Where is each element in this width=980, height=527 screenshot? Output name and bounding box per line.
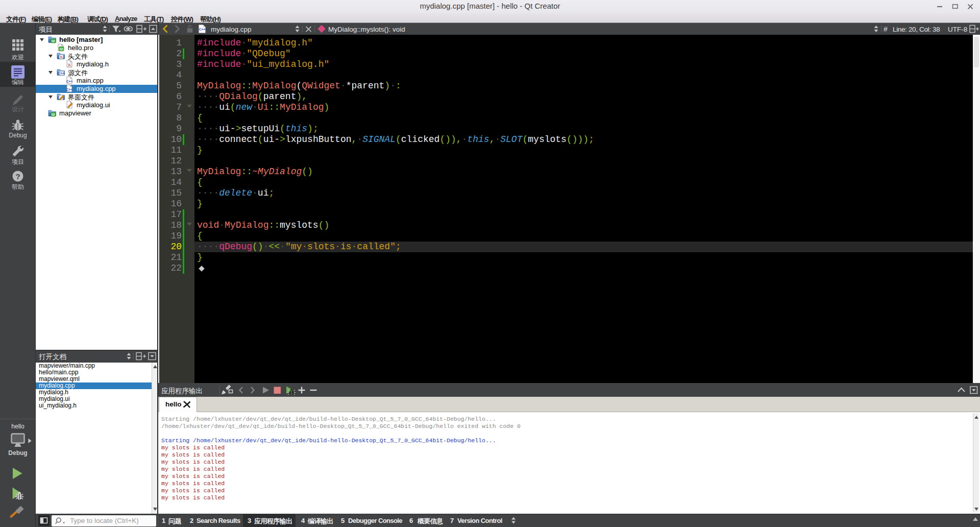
svg-text:h: h (68, 63, 71, 67)
svg-text:?: ? (15, 172, 20, 181)
svg-text:h: h (60, 55, 63, 59)
svg-text:mydialog.cpp: mydialog.cpp (211, 26, 252, 33)
svg-text:C++: C++ (66, 80, 73, 83)
svg-text:C++: C++ (58, 71, 65, 75)
svg-text:#: # (884, 25, 888, 33)
svg-text:C++: C++ (199, 28, 206, 31)
svg-text:Line: 20, Col: 38: Line: 20, Col: 38 (893, 26, 940, 33)
svg-text:MyDialog::myslots(): void: MyDialog::myslots(): void (328, 26, 405, 33)
svg-text:UTF-8: UTF-8 (948, 26, 967, 33)
svg-text:C++: C++ (66, 88, 73, 91)
